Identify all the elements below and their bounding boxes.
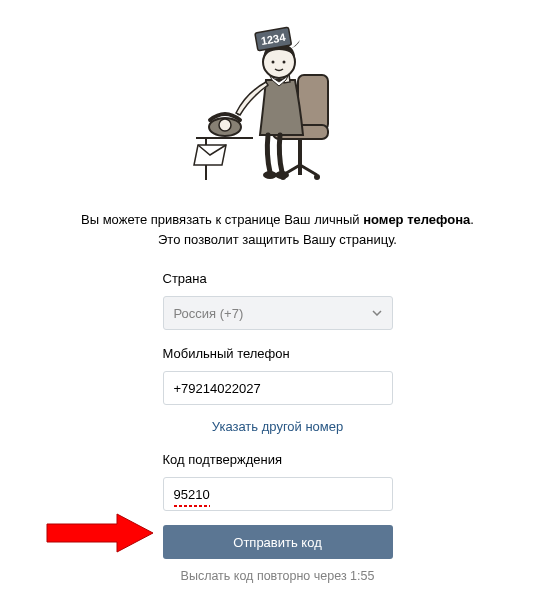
- red-arrow-annotation: [45, 512, 155, 554]
- svg-point-6: [275, 171, 289, 179]
- description-line1-suffix: .: [470, 212, 474, 227]
- chevron-down-icon: [372, 310, 382, 316]
- code-label: Код подтверждения: [163, 452, 393, 467]
- change-number-link[interactable]: Указать другой номер: [163, 419, 393, 434]
- svg-point-4: [314, 174, 320, 180]
- svg-point-13: [219, 119, 231, 131]
- description-line1-bold: номер телефона: [363, 212, 470, 227]
- resend-timer-text: Выслать код повторно через 1:55: [163, 569, 393, 583]
- submit-button[interactable]: Отправить код: [163, 525, 393, 559]
- description-line1-prefix: Вы можете привязать к странице Ваш личны…: [81, 212, 363, 227]
- phone-bind-form-container: 1234 Вы можете привязать к странице Ваш …: [0, 0, 555, 583]
- country-select[interactable]: Россия (+7): [163, 296, 393, 330]
- country-label: Страна: [163, 271, 393, 286]
- description-line2: Это позволит защитить Вашу страницу.: [158, 232, 397, 247]
- description-text: Вы можете привязать к странице Ваш личны…: [81, 210, 474, 249]
- spellcheck-underline: [174, 505, 210, 507]
- phone-input[interactable]: [163, 371, 393, 405]
- phone-bind-form: Страна Россия (+7) Мобильный телефон Ука…: [163, 271, 393, 583]
- svg-point-8: [271, 61, 274, 64]
- phone-label: Мобильный телефон: [163, 346, 393, 361]
- country-select-value: Россия (+7): [174, 306, 244, 321]
- svg-point-5: [263, 171, 277, 179]
- svg-point-9: [282, 61, 285, 64]
- operator-illustration: 1234: [188, 20, 368, 190]
